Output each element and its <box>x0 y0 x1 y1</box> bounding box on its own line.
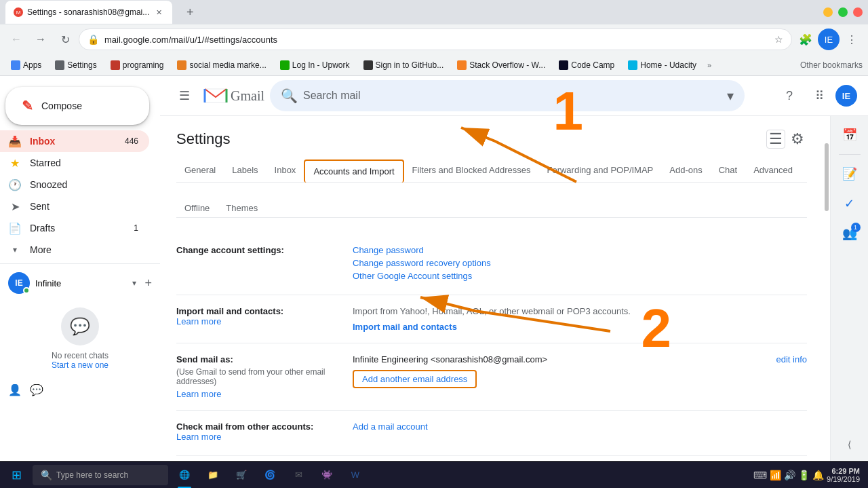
volume-icon[interactable]: 🔊 <box>784 470 795 481</box>
contacts-icon[interactable]: 👤 <box>8 383 22 396</box>
search-input[interactable] <box>303 90 722 102</box>
programing-favicon <box>111 60 120 70</box>
google-account-link[interactable]: Other Google Account settings <box>353 271 807 281</box>
settings-gear-icon[interactable]: ⚙ <box>788 130 807 149</box>
extensions-icon[interactable]: 🧩 <box>795 29 816 50</box>
title-bar: M Settings - sonarashish08@gmai... ✕ + <box>0 0 868 24</box>
other-bookmarks[interactable]: Other bookmarks <box>800 60 863 70</box>
send-mail-learn-more[interactable]: Learn more <box>176 389 353 399</box>
send-mail-sublabel: (Use Gmail to send from your other email… <box>176 367 353 386</box>
taskbar-word[interactable]: W <box>342 462 369 489</box>
add-mail-account-link[interactable]: Add a mail account <box>353 421 807 432</box>
tab-filters[interactable]: Filters and Blocked Addresses <box>404 159 539 183</box>
taskbar-store[interactable]: 🛒 <box>228 462 255 489</box>
sidebar-starred-label: Starred <box>30 157 61 168</box>
check-mail-label: Check mail from other accounts: Learn mo… <box>176 421 353 445</box>
bookmark-programing[interactable]: programing <box>105 59 170 71</box>
tab-accounts[interactable]: Accounts and Import <box>304 159 403 183</box>
expand-icon[interactable]: ⟨ <box>836 431 863 458</box>
tab-themes[interactable]: Themes <box>218 199 266 217</box>
start-button[interactable]: ⊞ <box>3 462 30 489</box>
send-mail-label: Send mail as: <box>176 354 353 364</box>
change-recovery-link[interactable]: Change password recovery options <box>353 258 807 268</box>
tab-labels[interactable]: Labels <box>224 159 266 183</box>
sidebar-item-snoozed[interactable]: 🕐 Snoozed <box>0 174 149 195</box>
keyboard-icon[interactable]: ⌨ <box>753 470 767 481</box>
scrollbar-thumb[interactable] <box>825 143 829 211</box>
settings-scrollbar[interactable] <box>823 116 830 464</box>
compose-button[interactable]: ✎ Compose <box>5 87 149 125</box>
bookmark-github[interactable]: Sign in to GitHub... <box>358 59 450 71</box>
close-button[interactable] <box>853 7 863 17</box>
minimize-button[interactable] <box>823 7 833 17</box>
bookmark-programing-label: programing <box>123 60 164 70</box>
search-bar[interactable]: 🔍 ▾ <box>270 80 745 111</box>
back-button[interactable]: ← <box>5 29 27 50</box>
menu-button[interactable]: ⋮ <box>841 29 863 50</box>
taskbar-search-icon: 🔍 <box>41 470 52 481</box>
bookmark-udacity[interactable]: Home - Udacity <box>623 59 702 71</box>
network-icon[interactable]: 📶 <box>770 470 781 481</box>
taskbar-edge[interactable]: 🌐 <box>171 462 198 489</box>
compose-label: Compose <box>41 100 82 111</box>
add-account-icon[interactable]: + <box>144 276 152 290</box>
tasks-icon[interactable]: ✓ <box>836 190 863 217</box>
taskbar-mail[interactable]: ✉ <box>285 462 312 489</box>
edit-info-link[interactable]: edit info <box>776 354 807 364</box>
browser-tab[interactable]: M Settings - sonarashish08@gmai... ✕ <box>5 1 172 24</box>
taskbar-search[interactable]: 🔍 Type here to search <box>33 465 168 485</box>
change-password-link[interactable]: Change password <box>353 245 807 255</box>
more-bookmarks[interactable]: » <box>707 61 711 69</box>
tab-inbox[interactable]: Inbox <box>267 159 304 183</box>
apps-button[interactable]: ⠿ <box>806 82 833 109</box>
taskbar-clock[interactable]: 6:29 PM 9/19/2019 <box>827 467 860 483</box>
calendar-icon[interactable]: 📅 <box>836 121 863 149</box>
tab-addons[interactable]: Add-ons <box>661 159 710 183</box>
forward-button[interactable]: → <box>30 29 52 50</box>
new-tab-button[interactable]: + <box>180 3 199 22</box>
sidebar-item-more[interactable]: ▾ More <box>0 239 149 261</box>
user-avatar[interactable]: IE <box>835 85 857 107</box>
bookmark-upwork[interactable]: Log In - Upwork <box>275 59 355 71</box>
help-button[interactable]: ? <box>776 82 803 109</box>
hangouts-icon[interactable]: 💬 <box>30 383 43 396</box>
check-mail-learn-more[interactable]: Learn more <box>176 432 342 442</box>
bookmark-stackoverflow[interactable]: Stack Overflow - W... <box>452 59 551 71</box>
start-new-chat-link[interactable]: Start a new one <box>52 360 108 370</box>
tab-offline[interactable]: Offline <box>176 199 218 217</box>
keep-icon[interactable]: 📝 <box>836 160 863 187</box>
contacts-panel-icon[interactable]: 👥 1 <box>836 220 863 247</box>
tab-general[interactable]: General <box>176 159 224 183</box>
sidebar-account[interactable]: IE Infinite ▾ + <box>0 267 160 299</box>
sidebar-item-starred[interactable]: ★ Starred <box>0 152 149 174</box>
import-mail-contacts-link[interactable]: Import mail and contacts <box>353 322 807 332</box>
tab-advanced[interactable]: Advanced <box>745 159 801 183</box>
bookmark-social[interactable]: social media marke... <box>172 59 271 71</box>
taskbar-chrome[interactable]: 🌀 <box>256 462 283 489</box>
profile-icon[interactable]: IE <box>818 29 840 50</box>
bookmark-codecamp[interactable]: Code Camp <box>553 59 620 71</box>
reload-button[interactable]: ↻ <box>54 29 76 50</box>
sidebar-item-inbox[interactable]: 📥 Inbox 446 <box>0 130 149 152</box>
tab-close-button[interactable]: ✕ <box>153 7 164 18</box>
sidebar-item-sent[interactable]: ➤ Sent <box>0 195 149 217</box>
sidebar-item-drafts[interactable]: 📄 Drafts 1 <box>0 217 149 239</box>
compose-icon: ✎ <box>22 98 33 114</box>
sidebar-toggle-button[interactable]: ☰ <box>171 82 198 109</box>
import-learn-more-link[interactable]: Learn more <box>176 316 342 326</box>
taskbar-explorer[interactable]: 📁 <box>199 462 226 489</box>
compact-view-button[interactable]: ☰ <box>766 130 785 149</box>
notification-icon[interactable]: 🔔 <box>812 470 824 481</box>
taskbar-skype[interactable]: 👾 <box>313 462 340 489</box>
search-options-icon[interactable]: ▾ <box>727 88 734 104</box>
add-email-button[interactable]: Add another email address <box>353 370 477 388</box>
settings-title-row: Settings ☰ ⚙ <box>176 130 807 149</box>
bookmark-apps[interactable]: Apps <box>5 59 47 71</box>
taskbar-items: 🌐 📁 🛒 🌀 ✉ 👾 W <box>171 462 748 489</box>
maximize-button[interactable] <box>838 7 848 17</box>
address-bar[interactable]: 🔒 mail.google.com/mail/u/1/#settings/acc… <box>79 29 792 50</box>
bookmark-settings[interactable]: Settings <box>50 59 102 71</box>
bookmark-star-icon[interactable]: ☆ <box>774 34 783 45</box>
tab-forwarding[interactable]: Forwarding and POP/IMAP <box>538 159 661 183</box>
tab-chat[interactable]: Chat <box>711 159 745 183</box>
